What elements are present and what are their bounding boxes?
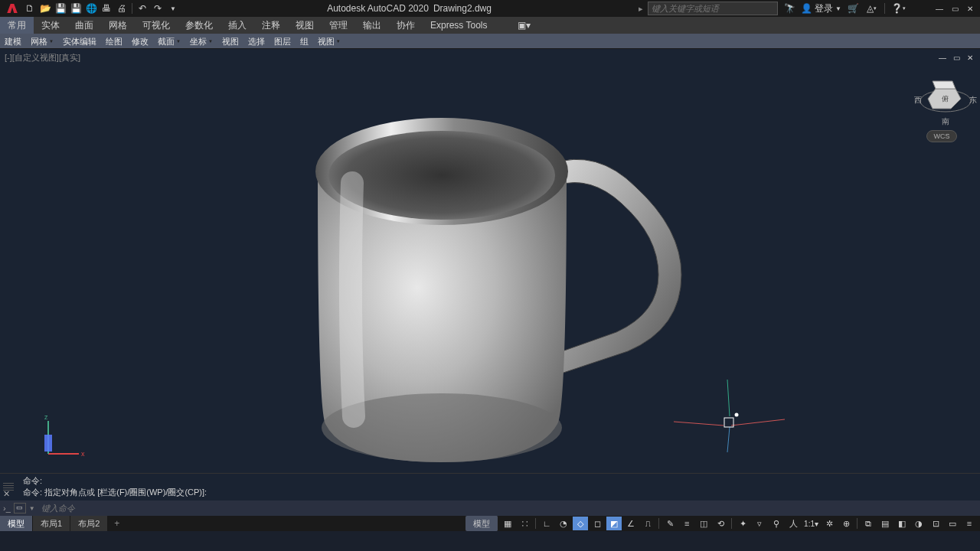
close-icon[interactable]: ✕ xyxy=(963,3,977,14)
command-dropdown-icon[interactable]: ▼ xyxy=(29,505,38,512)
viewport-minimize-icon[interactable]: — xyxy=(937,52,948,63)
open-icon[interactable]: 📂 xyxy=(38,2,52,15)
clean-screen-icon[interactable]: ▭ xyxy=(945,517,960,530)
units-icon[interactable]: ⧉ xyxy=(861,517,876,530)
ribbon-apps-icon[interactable]: ▣▾ xyxy=(510,17,538,34)
ortho-icon[interactable]: ∟ xyxy=(539,517,554,530)
panel-solid-edit[interactable]: 实体编辑 xyxy=(58,34,101,49)
viewcube-east[interactable]: 东 xyxy=(969,95,977,106)
qat-dropdown-icon[interactable]: ▼ xyxy=(166,2,180,15)
3dosnap-icon[interactable]: ◩ xyxy=(606,517,622,530)
annomon-icon[interactable]: ⊕ xyxy=(838,517,854,530)
plot-icon[interactable]: 🖶 xyxy=(100,2,113,15)
status-model-button[interactable]: 模型 xyxy=(466,516,498,531)
snap-icon[interactable]: ⸬ xyxy=(517,517,532,530)
title-center: Autodesk AutoCAD 2020 Drawing2.dwg xyxy=(181,3,637,14)
svg-line-11 xyxy=(727,427,730,452)
ribbon-tab-annotate[interactable]: 注释 xyxy=(254,17,288,34)
gizmo-icon[interactable]: ✦ xyxy=(735,517,750,530)
ribbon-tab-output[interactable]: 输出 xyxy=(355,17,389,34)
command-prompt-icon[interactable]: ▭ xyxy=(14,503,26,514)
ribbon-tab-parametric[interactable]: 参数化 xyxy=(178,17,220,34)
scale-label[interactable]: 1:1▾ xyxy=(802,520,820,528)
viewcube-west[interactable]: 西 xyxy=(914,95,922,106)
panel-coords[interactable]: 坐标▼ xyxy=(185,34,217,49)
lock-ui-icon[interactable]: ◧ xyxy=(894,517,910,530)
dyn-input-icon[interactable]: ✎ xyxy=(662,517,678,530)
grid-icon[interactable]: ▦ xyxy=(500,517,515,530)
tab-layout2[interactable]: 布局2 xyxy=(70,516,108,531)
panel-group[interactable]: 组 xyxy=(296,34,313,49)
ribbon-tab-mesh[interactable]: 网格 xyxy=(101,17,135,34)
undo-icon[interactable]: ↶ xyxy=(136,2,149,15)
tab-model[interactable]: 模型 xyxy=(0,516,33,531)
help-icon[interactable]: ❔▾ xyxy=(891,2,905,15)
workspace-icon[interactable]: ✲ xyxy=(822,517,837,530)
annotation-icon[interactable]: ⚲ xyxy=(769,517,784,530)
ucs-icon[interactable]: x z xyxy=(37,412,90,465)
ribbon-tab-insert[interactable]: 插入 xyxy=(220,17,254,34)
isolate-icon[interactable]: ◑ xyxy=(911,517,926,530)
ribbon-tab-visualize[interactable]: 可视化 xyxy=(135,17,178,34)
panel-view2[interactable]: 视图▼ xyxy=(313,34,345,49)
restore-icon[interactable]: ▭ xyxy=(948,3,962,14)
panel-modify[interactable]: 修改 xyxy=(127,34,153,49)
panel-section[interactable]: 截面▼ xyxy=(153,34,185,49)
saveas-icon[interactable]: 💾 xyxy=(69,2,83,15)
viewport-restore-icon[interactable]: ▭ xyxy=(951,52,962,63)
cart-icon[interactable]: 🛒 xyxy=(846,2,860,15)
a360-icon[interactable]: ◬▾ xyxy=(864,2,878,15)
titlebar: 🗋 📂 💾 💾 🌐 🖶 🖨 ↶ ↷ ▼ Autodesk AutoCAD 202… xyxy=(0,0,980,17)
viewcube-south[interactable]: 南 xyxy=(942,116,949,127)
redo-icon[interactable]: ↷ xyxy=(151,2,165,15)
isodraft-icon[interactable]: ◇ xyxy=(573,517,588,530)
wcs-button[interactable]: WCS xyxy=(926,130,957,142)
quick-access-toolbar: 🗋 📂 💾 💾 🌐 🖶 🖨 ↶ ↷ ▼ xyxy=(23,2,180,15)
customize-icon[interactable]: ≡ xyxy=(962,517,977,530)
tab-layout1[interactable]: 布局1 xyxy=(33,516,70,531)
print-icon[interactable]: 🖨 xyxy=(115,2,129,15)
ribbon-tab-collab[interactable]: 协作 xyxy=(389,17,423,34)
quickprops-icon[interactable]: ▤ xyxy=(877,517,893,530)
dynamic-ucs-icon[interactable]: ⎍ xyxy=(640,517,655,530)
save-icon[interactable]: 💾 xyxy=(54,2,67,15)
search-input[interactable] xyxy=(648,2,778,15)
ribbon-tab-solid[interactable]: 实体 xyxy=(34,17,67,34)
panel-draw[interactable]: 绘图 xyxy=(101,34,127,49)
panel-modeling[interactable]: 建模 xyxy=(0,34,26,49)
drawing-canvas[interactable]: [-][自定义视图][真实] — ▭ ✕ xyxy=(0,49,980,473)
command-chevron-icon[interactable]: ›_ xyxy=(3,504,11,513)
panel-mesh[interactable]: 网格▼ xyxy=(26,34,58,49)
lineweight-icon[interactable]: ≡ xyxy=(679,517,694,530)
ribbon-tab-manage[interactable]: 管理 xyxy=(322,17,355,34)
add-layout-icon[interactable]: + xyxy=(108,518,126,529)
ribbon-tab-express[interactable]: Express Tools xyxy=(423,17,495,34)
cycling-icon[interactable]: ⟲ xyxy=(713,517,728,530)
panel-layer[interactable]: 图层 xyxy=(270,34,296,49)
transparency-icon[interactable]: ◫ xyxy=(696,517,711,530)
minimize-icon[interactable]: — xyxy=(933,3,946,14)
svg-rect-7 xyxy=(44,435,52,452)
ribbon-tab-view[interactable]: 视图 xyxy=(288,17,322,34)
filter-icon[interactable]: ▿ xyxy=(752,517,767,530)
login-button[interactable]: 👤 登录 ▼ xyxy=(801,2,841,15)
web-icon[interactable]: 🌐 xyxy=(84,2,98,15)
binoculars-icon[interactable]: 🔭 xyxy=(782,2,796,15)
command-close-icon[interactable]: ✕ xyxy=(3,489,10,499)
annoscale-icon[interactable]: 人 xyxy=(786,517,801,530)
viewport-close-icon[interactable]: ✕ xyxy=(965,52,975,63)
viewport-label[interactable]: [-][自定义视图][真实] xyxy=(5,52,80,64)
polar-icon[interactable]: ◔ xyxy=(556,517,571,530)
panel-select[interactable]: 选择 xyxy=(243,34,270,49)
panel-view[interactable]: 视图 xyxy=(217,34,243,49)
ribbon-tab-surface[interactable]: 曲面 xyxy=(67,17,101,34)
otrack-icon[interactable]: ∠ xyxy=(623,517,639,530)
viewcube[interactable]: 俯 西 东 南 WCS xyxy=(919,72,972,156)
hardware-icon[interactable]: ⊡ xyxy=(928,517,943,530)
new-icon[interactable]: 🗋 xyxy=(23,2,37,15)
ribbon-tab-home[interactable]: 常用 xyxy=(0,17,34,34)
command-input[interactable] xyxy=(41,504,977,513)
osnap-icon[interactable]: ◻ xyxy=(590,517,605,530)
app-logo[interactable] xyxy=(3,0,21,17)
svg-text:俯: 俯 xyxy=(942,95,949,103)
